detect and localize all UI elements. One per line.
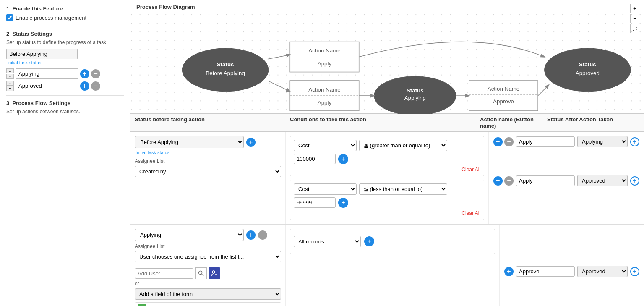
person-add-btn[interactable] xyxy=(209,267,220,279)
process-flow-settings: Status before taking action Conditions t… xyxy=(130,114,644,306)
action-name-input-3[interactable] xyxy=(516,266,575,277)
status-before-select-1[interactable]: Before Applying xyxy=(135,136,244,148)
condition2-add[interactable]: + xyxy=(338,198,348,208)
search-btn[interactable] xyxy=(195,267,207,279)
status-after-select-1[interactable]: Applying xyxy=(577,136,628,147)
zoom-in-btn[interactable]: + xyxy=(630,4,639,13)
or-label: or xyxy=(135,281,281,287)
pf-settings-header: Status before taking action Conditions t… xyxy=(130,114,644,132)
approved-status-input[interactable] xyxy=(16,81,78,91)
svg-point-31 xyxy=(212,271,215,273)
condition2-field[interactable]: Cost xyxy=(294,183,357,195)
svg-point-29 xyxy=(199,271,202,275)
enable-label: Enable process management xyxy=(16,15,86,21)
clear-all-2[interactable]: Clear All xyxy=(294,210,480,216)
row1-action1-add[interactable]: + xyxy=(493,137,503,146)
approved-down-btn[interactable]: ▼ xyxy=(6,86,14,91)
row2-left: Applying + − Assignee List User chooses … xyxy=(130,225,286,306)
svg-text:Applying: Applying xyxy=(404,95,426,101)
row1-add-btn[interactable]: + xyxy=(246,138,256,147)
svg-text:Action Name: Action Name xyxy=(488,86,519,92)
svg-text:Status: Status xyxy=(217,61,234,68)
all-records-add[interactable]: + xyxy=(364,236,374,246)
applying-updown[interactable]: ▲ ▼ xyxy=(6,68,14,79)
assignee-dropdown-1[interactable]: Created by xyxy=(135,166,281,177)
add-user-input[interactable] xyxy=(135,268,193,279)
clear-all-1[interactable]: Clear All xyxy=(294,167,480,173)
row1-action1-addremove: + − xyxy=(493,137,514,146)
initial-status-input[interactable] xyxy=(6,49,78,59)
row1-action2-remove[interactable]: − xyxy=(504,176,514,186)
svg-text:Action Name: Action Name xyxy=(308,86,340,93)
svg-text:Approved: Approved xyxy=(576,70,600,76)
svg-text:Apply: Apply xyxy=(318,60,332,67)
applying-down-btn[interactable]: ▼ xyxy=(6,74,14,79)
action-name-input-1[interactable] xyxy=(516,136,575,147)
assignee-dropdown-2[interactable]: User chooses one assignee from the list … xyxy=(135,251,281,262)
header-conditions: Conditions to take this action xyxy=(290,116,480,129)
table-row: Before Applying + Initial task status As… xyxy=(130,132,644,225)
left-panel: 1. Enable this Feature Enable process ma… xyxy=(0,0,130,306)
tag-icon xyxy=(138,304,146,306)
section3-title: 3. Process Flow Settings xyxy=(6,100,124,106)
approved-add-btn[interactable]: + xyxy=(80,81,89,91)
condition2-operator[interactable]: ≦ (less than or equal to) xyxy=(359,183,447,195)
svg-line-30 xyxy=(202,274,204,276)
applying-up-btn[interactable]: ▲ xyxy=(6,68,14,73)
applying-add-btn[interactable]: + xyxy=(80,69,89,78)
header-status-before: Status before taking action xyxy=(135,116,290,129)
row1-left: Before Applying + Initial task status As… xyxy=(130,132,286,224)
applying-status-input[interactable] xyxy=(16,68,78,79)
row2-action-add-btn[interactable]: + xyxy=(504,267,514,276)
row2-remove-btn[interactable]: − xyxy=(258,230,267,240)
diagram-title: Process Flow Diagram xyxy=(136,4,195,10)
diagram-area: Process Flow Diagram + − ⛶ Status Before xyxy=(130,0,644,114)
initial-task-label: Initial task status xyxy=(7,60,124,65)
action-name-input-2[interactable] xyxy=(516,175,575,186)
svg-text:Approve: Approve xyxy=(493,98,514,105)
assignee-tag: Approver ✕ xyxy=(135,302,281,306)
approved-updown[interactable]: ▲ ▼ xyxy=(6,81,14,91)
condition1-value[interactable] xyxy=(294,154,336,164)
status-after-select-3[interactable]: Approved xyxy=(577,266,628,277)
row1-action2-addremove: + − xyxy=(493,176,514,186)
svg-text:Action Name: Action Name xyxy=(308,47,340,54)
table-row: Applying + − Assignee List User chooses … xyxy=(130,225,644,306)
approved-remove-btn[interactable]: − xyxy=(91,81,100,91)
header-status-after: Status After Action Taken xyxy=(547,116,623,129)
section2-title: 2. Status Settings xyxy=(6,31,124,37)
svg-text:Status: Status xyxy=(579,61,596,68)
header-action-name: Action name (Button name) xyxy=(480,116,547,129)
condition1-field[interactable]: Cost xyxy=(294,140,357,151)
condition1-operator[interactable]: ≧ (greater than or equal to) xyxy=(359,140,447,151)
svg-text:Status: Status xyxy=(407,87,424,94)
section2-subtitle: Set up status to define the progress of … xyxy=(6,39,124,45)
status-before-select-2[interactable]: Applying xyxy=(135,229,244,241)
row1-action2-outer-add[interactable]: + xyxy=(630,176,639,186)
status-after-select-2[interactable]: Approved xyxy=(577,175,628,186)
section1-title: 1. Enable this Feature xyxy=(6,5,124,12)
row2-action-outer-add[interactable]: + xyxy=(630,267,639,276)
all-records-select[interactable]: All records xyxy=(294,236,361,247)
row2-assignee-label: Assignee List xyxy=(135,243,281,249)
right-panel: Process Flow Diagram + − ⛶ Status Before xyxy=(130,0,644,306)
process-flow-svg: Status Before Applying Action Name Apply… xyxy=(130,13,644,114)
row1-action2-add[interactable]: + xyxy=(493,176,503,186)
enable-checkbox[interactable] xyxy=(6,14,13,21)
section3-subtitle: Set up actions between statuses. xyxy=(6,109,124,115)
row1-action1-outer-add[interactable]: + xyxy=(630,137,639,146)
applying-remove-btn[interactable]: − xyxy=(91,69,100,78)
header-add xyxy=(623,116,639,129)
condition1-add[interactable]: + xyxy=(338,154,348,164)
row2-add-btn[interactable]: + xyxy=(246,230,256,240)
row1-action1-remove[interactable]: − xyxy=(504,137,514,146)
row2-middle: All records + xyxy=(286,225,500,306)
condition2-value[interactable] xyxy=(294,197,336,208)
row1-middle: Cost ≧ (greater than or equal to) + Clea… xyxy=(286,132,489,224)
svg-text:Apply: Apply xyxy=(318,99,332,106)
row1-assignee-label: Assignee List xyxy=(135,158,281,164)
approved-up-btn[interactable]: ▲ xyxy=(6,81,14,86)
row1-initial-label: Initial task status xyxy=(136,150,281,155)
add-field-select[interactable]: Add a field of the form xyxy=(135,288,281,300)
svg-text:Before Applying: Before Applying xyxy=(206,70,245,76)
